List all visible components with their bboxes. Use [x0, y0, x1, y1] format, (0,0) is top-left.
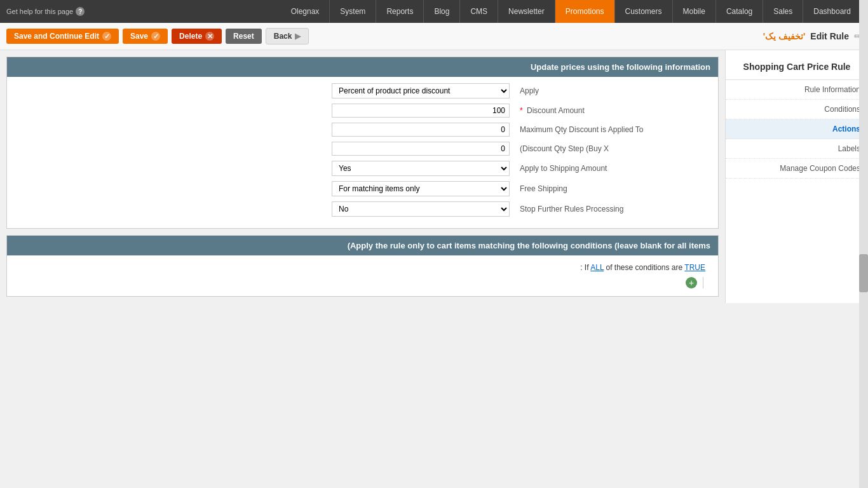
nav-item-newsletter[interactable]: Newsletter — [498, 0, 555, 23]
delete-button[interactable]: Delete ✕ — [172, 29, 222, 44]
reset-button[interactable]: Reset — [226, 29, 262, 44]
scrollbar-track[interactable] — [859, 0, 868, 303]
conditions-section-header: (Apply the rule only to cart items match… — [7, 236, 718, 255]
conditions-divider — [703, 277, 703, 288]
nav-item-promotions[interactable]: Promotions — [555, 0, 615, 23]
form-label-col-0: Apply — [515, 86, 705, 95]
form-row-1: * Discount Amount — [20, 104, 705, 118]
nav-item-system[interactable]: System — [330, 0, 376, 23]
form-table: Percent of product price discountFixed a… — [7, 77, 718, 228]
form-label-col-5: Free Shipping — [515, 184, 705, 193]
sidebar-item-manage-coupon-codes[interactable]: Manage Coupon Codes — [726, 159, 868, 179]
form-label-col-3: (Discount Qty Step (Buy X — [515, 144, 705, 153]
help-text-area: Get help for this page ? — [6, 7, 85, 16]
form-input-col-5: NoFor matching items onlyFor shipment wi… — [20, 181, 515, 196]
save-label: Save — [130, 32, 148, 41]
save-button[interactable]: Save ✓ — [123, 29, 168, 44]
form-row-4: YesNoApply to Shipping Amount — [20, 161, 705, 176]
nav-item-customers[interactable]: Customers — [615, 0, 673, 23]
edit-rule-label: Edit Rule — [810, 31, 849, 41]
conditions-true-link[interactable]: TRUE — [684, 263, 705, 272]
form-input-col-6: YesNo — [20, 201, 515, 217]
back-icon: ▶ — [295, 32, 301, 41]
top-navigation: Get help for this page ? OlegnaxSystemRe… — [0, 0, 868, 23]
conditions-body: : If ALL of these conditions are TRUE + — [7, 255, 718, 296]
form-input-col-3 — [20, 142, 515, 156]
toolbar: Save and Continue Edit ✓ Save ✓ Delete ✕… — [0, 23, 868, 50]
reset-label: Reset — [233, 32, 254, 41]
nav-item-olegnax[interactable]: Olegnax — [281, 0, 330, 23]
back-button[interactable]: Back ▶ — [266, 28, 309, 44]
help-icon[interactable]: ? — [76, 7, 85, 16]
form-select-5[interactable]: NoFor matching items onlyFor shipment wi… — [332, 181, 510, 196]
form-label-col-1: * Discount Amount — [515, 106, 705, 115]
delete-icon: ✕ — [205, 32, 214, 41]
nav-item-dashboard[interactable]: Dashboard — [803, 0, 862, 23]
form-section: Update prices using the following inform… — [6, 57, 719, 229]
form-input-col-4: YesNo — [20, 161, 515, 176]
nav-item-sales[interactable]: Sales — [763, 0, 803, 23]
sidebar-items: Rule InformationConditionsActionsLabelsM… — [726, 80, 868, 179]
sidebar-item-conditions[interactable]: Conditions — [726, 100, 868, 119]
form-input-1[interactable] — [332, 104, 510, 118]
form-select-6[interactable]: YesNo — [332, 201, 510, 217]
form-row-2: Maximum Qty Discount is Applied To — [20, 123, 705, 137]
scrollbar-thumb[interactable] — [859, 254, 868, 292]
form-select-4[interactable]: YesNo — [332, 161, 510, 176]
nav-item-catalog[interactable]: Catalog — [716, 0, 763, 23]
save-continue-icon: ✓ — [102, 32, 111, 41]
sidebar: Shopping Cart Price Rule Rule Informatio… — [725, 50, 868, 303]
save-continue-button[interactable]: Save and Continue Edit ✓ — [6, 29, 119, 44]
back-label: Back — [274, 32, 292, 41]
form-row-3: (Discount Qty Step (Buy X — [20, 142, 705, 156]
form-input-col-0: Percent of product price discountFixed a… — [20, 83, 515, 98]
conditions-section: (Apply the rule only to cart items match… — [6, 235, 719, 297]
content-area: Update prices using the following inform… — [0, 50, 725, 303]
form-input-col-1 — [20, 104, 515, 118]
nav-item-reports[interactable]: Reports — [376, 0, 424, 23]
form-label-col-2: Maximum Qty Discount is Applied To — [515, 125, 705, 134]
sidebar-item-labels[interactable]: Labels — [726, 139, 868, 159]
save-continue-label: Save and Continue Edit — [14, 32, 99, 41]
sidebar-item-actions[interactable]: Actions — [726, 119, 868, 139]
sidebar-item-rule-information[interactable]: Rule Information — [726, 80, 868, 100]
form-input-3[interactable] — [332, 142, 510, 156]
section-header: Update prices using the following inform… — [7, 57, 718, 77]
main-layout: Update prices using the following inform… — [0, 50, 868, 303]
form-input-col-2 — [20, 123, 515, 137]
conditions-all-link[interactable]: ALL — [590, 263, 604, 272]
nav-item-cms[interactable]: CMS — [460, 0, 498, 23]
form-row-0: Percent of product price discountFixed a… — [20, 83, 705, 98]
required-star-1: * — [520, 106, 525, 115]
conditions-icons: + — [20, 277, 705, 288]
form-label-text-1: Discount Amount — [527, 106, 585, 115]
form-label-col-4: Apply to Shipping Amount — [515, 164, 705, 173]
add-condition-icon[interactable]: + — [686, 277, 697, 288]
page-title-area: 'تخفیف یک' Edit Rule ✏ — [763, 31, 862, 41]
form-label-col-6: Stop Further Rules Processing — [515, 205, 705, 214]
rule-name: 'تخفیف یک' — [763, 31, 806, 41]
conditions-if-text: If — [583, 263, 591, 272]
conditions-line: : If ALL of these conditions are TRUE — [20, 263, 705, 272]
nav-items: OlegnaxSystemReportsBlogCMSNewsletterPro… — [281, 0, 862, 23]
delete-label: Delete — [179, 32, 202, 41]
sidebar-title: Shopping Cart Price Rule — [726, 57, 868, 80]
form-row-5: NoFor matching items onlyFor shipment wi… — [20, 181, 705, 196]
help-text: Get help for this page — [6, 8, 73, 15]
conditions-middle-text: of these conditions are — [604, 263, 684, 272]
form-row-6: YesNoStop Further Rules Processing — [20, 201, 705, 217]
nav-item-mobile[interactable]: Mobile — [673, 0, 716, 23]
form-select-0[interactable]: Percent of product price discountFixed a… — [332, 83, 510, 98]
form-input-2[interactable] — [332, 123, 510, 137]
nav-item-blog[interactable]: Blog — [424, 0, 460, 23]
save-icon: ✓ — [151, 32, 160, 41]
